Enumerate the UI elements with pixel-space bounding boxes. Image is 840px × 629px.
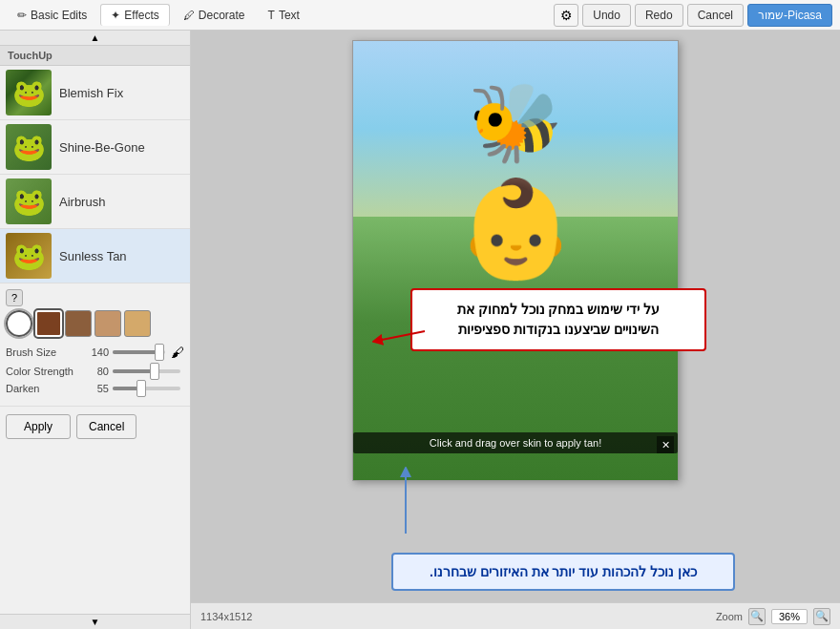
action-buttons: Apply Cancel [0,407,190,447]
effects-icon: ✦ [111,9,120,22]
brush-size-label: Brush Size [6,346,82,358]
brush-size-fill [113,350,158,354]
tab-text-label: Text [279,9,300,22]
airbrush-label: Airbrush [59,195,105,209]
tab-effects-label: Effects [124,9,158,22]
darken-value: 55 [82,383,109,394]
zoom-input[interactable] [771,609,808,624]
basic-edits-icon: ✏ [17,9,27,22]
effect-item-airbrush[interactable]: Airbrush [0,175,190,229]
darken-thumb[interactable] [136,380,146,397]
tab-basic-edits-label: Basic Edits [31,9,87,22]
apply-button[interactable]: Apply [6,414,71,439]
section-header-touchup: TouchUp [0,46,190,66]
brush-size-slider-row: Brush Size 140 🖌 [6,345,184,360]
close-overlay-button[interactable]: ✕ [657,436,674,453]
undo-button[interactable]: Undo [582,4,631,27]
darken-label: Darken [6,383,82,394]
zoom-in-button[interactable]: 🔍 [813,608,830,625]
redo-button[interactable]: Redo [635,4,683,27]
airbrush-thumbnail [6,178,52,224]
callout-box-1: על ידי שימוש במחק נוכל למחוק אתהשינויים … [410,288,706,351]
zoom-out-icon: 🔍 [750,610,764,622]
image-container: 🐝 👶 Click and drag over skin to apply ta… [352,40,679,481]
swatch-medium-brown[interactable] [65,310,92,337]
main-image[interactable]: 🐝 👶 Click and drag over skin to apply ta… [353,41,678,480]
color-strength-label: Color Strength [6,366,82,377]
image-dimensions: 1134x1512 [200,611,252,622]
sunless-tan-thumbnail [6,233,52,279]
content-area: 🐝 👶 Click and drag over skin to apply ta… [191,31,840,629]
scroll-up-button[interactable]: ▲ [0,31,190,46]
chevron-down-icon: ▼ [91,617,100,627]
callout-2-text: כאן נוכל להכהות עוד יותר את האיזורים שבח… [430,564,697,579]
overlay-bar: Click and drag over skin to apply tan! ✕ [353,432,678,453]
main-toolbar: ✏ Basic Edits ✦ Effects 🖊 Decorate T Tex… [0,0,840,31]
color-swatches [6,310,184,337]
cancel-effect-button[interactable]: Cancel [76,414,136,439]
callout-1-text: על ידי שימוש במחק נוכל למחוק אתהשינויים … [457,302,660,337]
zoom-out-button[interactable]: 🔍 [748,608,766,625]
darken-track [113,387,180,390]
effect-item-sunless-tan[interactable]: Sunless Tan [0,229,190,283]
scroll-down-button[interactable]: ▼ [0,614,190,629]
shine-be-gone-thumbnail [6,124,52,170]
zoom-in-icon: 🔍 [815,610,829,622]
help-button[interactable]: ? [6,289,23,306]
text-tab-icon: T [268,9,275,22]
color-strength-value: 80 [82,366,109,377]
callout-box-2: כאן נוכל להכהות עוד יותר את האיזורים שבח… [391,553,735,591]
swatch-light-tan[interactable] [124,310,151,337]
tab-decorate[interactable]: 🖊 Decorate [174,5,255,26]
swatch-tan[interactable] [94,310,121,337]
effect-item-shine-be-gone[interactable]: Shine-Be-Gone [0,120,190,175]
cancel-button[interactable]: Cancel [687,4,744,27]
chevron-up-icon: ▲ [91,32,100,43]
tab-basic-edits[interactable]: ✏ Basic Edits [8,5,96,26]
brush-size-icon: 🖌 [171,345,184,360]
swatch-white[interactable] [6,310,32,337]
shine-be-gone-label: Shine-Be-Gone [59,140,145,155]
tab-text[interactable]: T Text [259,5,309,26]
sunless-tan-label: Sunless Tan [59,249,127,263]
decorate-icon: 🖊 [183,9,195,22]
color-strength-track [113,369,180,373]
zoom-section: Zoom 🔍 🔍 [716,608,830,625]
effect-item-blemish-fix[interactable]: Blemish Fix [0,66,190,120]
status-bar: 1134x1512 Zoom 🔍 🔍 [191,602,840,629]
close-icon: ✕ [662,439,670,451]
settings-button[interactable]: ⚙ [554,4,578,27]
save-button[interactable]: שמור-Picasa [747,4,832,27]
tab-decorate-label: Decorate [199,9,245,22]
brush-size-value: 140 [82,346,109,358]
bee-costume-figure: 🐝 [468,85,563,161]
blemish-fix-label: Blemish Fix [59,86,123,100]
brush-size-track [113,350,165,354]
zoom-label: Zoom [716,611,743,622]
darken-slider-row: Darken 55 [6,383,184,394]
swatch-dark-brown[interactable] [35,310,62,337]
overlay-text: Click and drag over skin to apply tan! [353,432,678,453]
tab-effects[interactable]: ✦ Effects [100,4,169,26]
color-strength-slider-row: Color Strength 80 [6,366,184,377]
color-strength-thumb[interactable] [150,363,159,380]
sunless-tan-controls: ? Brush Size 140 🖌 [0,283,190,407]
sidebar: ▲ TouchUp Blemish Fix Shine-Be-Gone Airb… [0,31,191,629]
color-strength-fill [113,369,154,373]
child-figure: 👶 [456,173,576,285]
main-layout: ▲ TouchUp Blemish Fix Shine-Be-Gone Airb… [0,31,840,629]
brush-size-thumb[interactable] [155,344,164,361]
blemish-fix-thumbnail [6,70,52,115]
